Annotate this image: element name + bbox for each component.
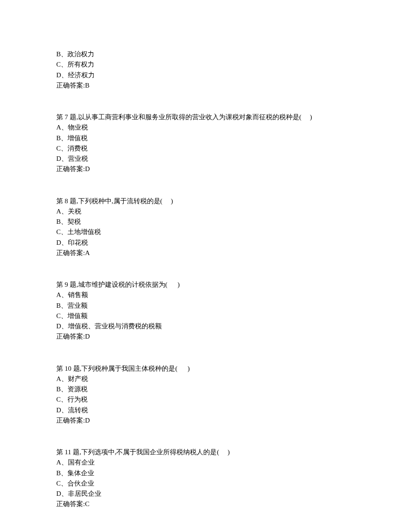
question-9: 第 9 题,城市维护建设税的计税依据为( ) A、销售额 B、营业额 C、增值额… xyxy=(56,280,355,342)
option-line: B、营业额 xyxy=(56,301,355,311)
option-line: D、营业税 xyxy=(56,154,355,164)
answer-line: 正确答案:D xyxy=(56,415,355,426)
answer-line: 正确答案:D xyxy=(56,164,355,174)
question-10: 第 10 题,下列税种属于我国主体税种的是( ) A、财产税 B、资源税 C、行… xyxy=(56,364,355,426)
option-line: C、增值额 xyxy=(56,311,355,321)
question-11: 第 11 题,下列选项中,不属于我国企业所得税纳税人的是( ) A、国有企业 B… xyxy=(56,447,355,510)
option-line: C、行为税 xyxy=(56,394,355,405)
option-line: A、物业税 xyxy=(56,122,355,133)
option-line: C、消费税 xyxy=(56,143,355,154)
option-line: C、合伙企业 xyxy=(56,478,355,489)
answer-line: 正确答案:C xyxy=(56,499,355,509)
question-stem: 第 7 题,以从事工商营利事业和服务业所取得的营业收入为课税对象而征税的税种是(… xyxy=(56,112,355,122)
option-line: C、土地增值税 xyxy=(56,227,355,237)
option-line: B、资源税 xyxy=(56,384,355,394)
option-line: D、经济权力 xyxy=(56,70,355,80)
option-line: B、增值税 xyxy=(56,133,355,143)
question-7: 第 7 题,以从事工商营利事业和服务业所取得的营业收入为课税对象而征税的税种是(… xyxy=(56,112,355,175)
option-line: B、政治权力 xyxy=(56,49,355,59)
question-partial-prev: B、政治权力 C、所有权力 D、经济权力 正确答案:B xyxy=(56,49,355,91)
answer-line: 正确答案:A xyxy=(56,248,355,258)
question-stem: 第 9 题,城市维护建设税的计税依据为( ) xyxy=(56,280,355,290)
question-8: 第 8 题,下列税种中,属于流转税的是( ) A、关税 B、契税 C、土地增值税… xyxy=(56,196,355,259)
option-line: A、财产税 xyxy=(56,374,355,384)
option-line: D、流转税 xyxy=(56,405,355,415)
option-line: B、契税 xyxy=(56,217,355,227)
option-line: A、销售额 xyxy=(56,290,355,300)
question-stem: 第 8 题,下列税种中,属于流转税的是( ) xyxy=(56,196,355,206)
question-stem: 第 10 题,下列税种属于我国主体税种的是( ) xyxy=(56,364,355,374)
option-line: A、国有企业 xyxy=(56,457,355,468)
answer-line: 正确答案:B xyxy=(56,80,355,91)
answer-line: 正确答案:D xyxy=(56,331,355,342)
option-line: D、增值税、营业税与消费税的税额 xyxy=(56,321,355,331)
option-line: C、所有权力 xyxy=(56,59,355,70)
option-line: B、集体企业 xyxy=(56,468,355,478)
option-line: A、关税 xyxy=(56,206,355,217)
option-line: D、非居民企业 xyxy=(56,489,355,499)
option-line: D、印花税 xyxy=(56,238,355,248)
question-stem: 第 11 题,下列选项中,不属于我国企业所得税纳税人的是( ) xyxy=(56,447,355,457)
